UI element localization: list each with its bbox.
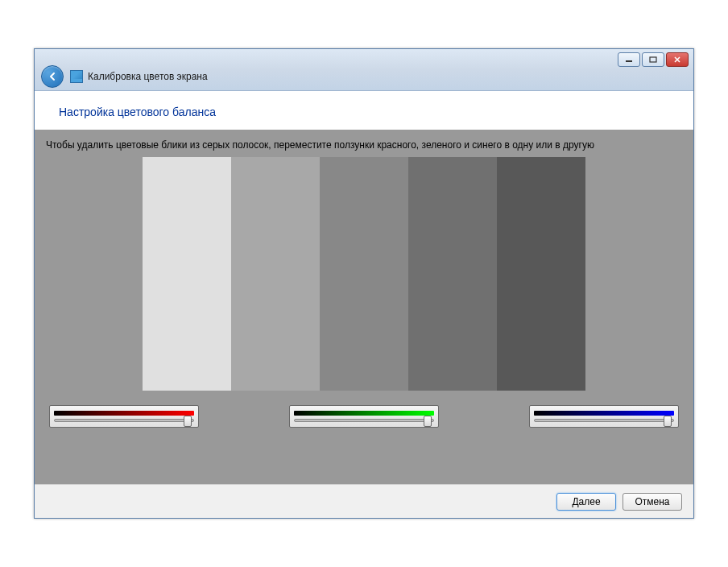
cancel-button[interactable]: Отмена [623,493,682,511]
blue-slider[interactable] [529,405,679,428]
green-track [294,419,434,422]
minimize-button[interactable] [618,52,640,67]
footer: Далее Отмена [35,484,693,518]
calibration-area: Чтобы удалить цветовые блики из серых по… [35,130,693,484]
titlebar: Калибровка цветов экрана [35,49,693,91]
next-button[interactable]: Далее [556,493,616,511]
gray-bar-4 [408,157,497,391]
gray-bar-2 [231,157,320,391]
wizard-window: Калибровка цветов экрана Настройка цвето… [34,48,694,519]
blue-track [534,419,674,422]
content-area: Настройка цветового баланса Чтобы удалит… [35,91,693,518]
red-thumb[interactable] [184,416,192,427]
green-slider[interactable] [289,405,439,428]
blue-thumb[interactable] [664,416,672,427]
back-button[interactable] [41,65,64,88]
gray-bar-1 [143,157,231,391]
gray-bar-3 [320,157,408,391]
sliders-row [46,391,682,428]
gray-bar-5 [497,157,585,391]
red-slider[interactable] [49,405,199,428]
svg-rect-1 [650,57,656,62]
blue-gradient [534,411,674,416]
window-controls [618,52,689,67]
red-track [54,419,194,422]
instruction-text: Чтобы удалить цветовые блики из серых по… [46,139,682,151]
gray-bars [143,157,585,391]
green-thumb[interactable] [424,416,432,427]
page-heading: Настройка цветового баланса [35,91,693,130]
green-gradient [294,411,434,416]
maximize-button[interactable] [642,52,664,67]
close-button[interactable] [666,52,689,67]
svg-rect-0 [626,60,632,62]
app-icon [70,70,83,83]
red-gradient [54,411,194,416]
window-title: Калибровка цветов экрана [88,71,208,82]
